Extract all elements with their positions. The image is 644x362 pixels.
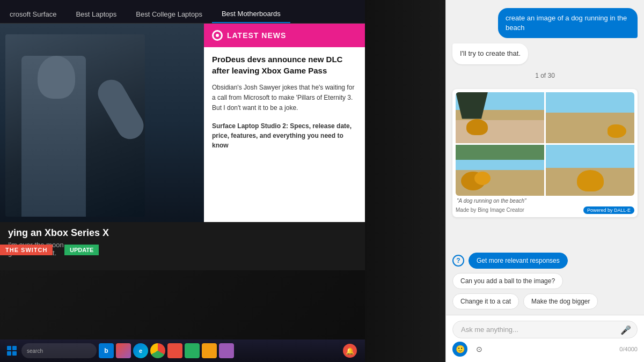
taskbar-search-text: search [27, 348, 43, 354]
image-grid [456, 92, 634, 196]
tent-shape [456, 92, 488, 119]
hero-image-area: LATEST NEWS ProDeus devs announce new DL… [0, 24, 365, 222]
soldier-head [38, 56, 75, 99]
make-dog-bigger-button[interactable]: Make the dog bigger [523, 293, 598, 309]
news-body-text: Obsidian's Josh Sawyer jokes that he's w… [212, 83, 357, 114]
nav-item-laptops[interactable]: Best Laptops [66, 6, 126, 23]
taskbar-app2-icon[interactable] [167, 343, 182, 358]
ai-response-bubble: I'll try to create that. [452, 43, 528, 64]
left-monitor-panel: crosoft Surface Best Laptops Best Colleg… [0, 0, 365, 362]
update-badge: UPDATE [64, 245, 99, 255]
taskbar-app5-icon[interactable] [219, 343, 234, 358]
suggestions-area: ? Get more relevant responses Can you ad… [446, 247, 644, 315]
news-dot-icon [212, 30, 223, 41]
input-footer: 🙂 ⊙ 0/4000 [452, 342, 638, 357]
suggestion-row-2: Can you add a ball to the image? [452, 273, 638, 289]
news-secondary-headline[interactable]: Surface Laptop Studio 2: Specs, release … [212, 121, 357, 150]
char-count-label: 0/4000 [619, 346, 638, 352]
made-by-label: Made by Bing Image Creator [456, 207, 524, 213]
generated-image-bottom-left[interactable] [456, 145, 544, 196]
switch-badge: THE SWITCH [0, 245, 53, 255]
bing-chat-panel: create an image of a dog running in the … [445, 0, 644, 362]
taskbar-app1-icon[interactable] [116, 343, 131, 358]
hero-game-image [5, 34, 145, 217]
windows-taskbar: search b e 🔔 [0, 339, 365, 362]
input-wrapper: Ask me anything... 🎤 [452, 321, 638, 338]
nav-item-surface[interactable]: crosoft Surface [0, 6, 66, 23]
bottom-sub: I'm over the moon [8, 241, 357, 249]
info-icon: ? [452, 255, 464, 267]
suggestion-row-1: ? Get more relevant responses [452, 253, 638, 269]
image-footer: Made by Bing Image Creator Powered by DA… [456, 206, 634, 214]
chat-input-area: Ask me anything... 🎤 🙂 ⊙ 0/4000 [446, 315, 644, 362]
generated-images-container: "A dog running on the beach" Made by Bin… [452, 89, 638, 217]
chat-messages-area: create an image of a dog running in the … [446, 0, 644, 247]
taskbar-app4-icon[interactable] [202, 343, 217, 358]
windows-start-button[interactable] [4, 343, 19, 358]
suggestion-row-3: Change it to a cat Make the dog bigger [452, 293, 638, 309]
add-ball-button[interactable]: Can you add a ball to the image? [452, 273, 563, 289]
news-panel: LATEST NEWS ProDeus devs announce new DL… [204, 24, 365, 222]
scan-icon[interactable]: ⊙ [472, 342, 487, 357]
change-to-cat-button[interactable]: Change it to a cat [452, 293, 519, 309]
user-message-bubble: create an image of a dog running in the … [498, 8, 638, 38]
image-caption-text: "A dog running on the beach" [456, 196, 634, 205]
taskbar-chrome-icon[interactable] [150, 343, 165, 358]
taskbar-edge-icon[interactable]: e [133, 343, 148, 358]
nav-item-college[interactable]: Best College Laptops [126, 6, 212, 23]
input-placeholder: Ask me anything... [461, 326, 616, 334]
generated-image-bottom-right[interactable] [546, 145, 634, 196]
soldier-arm [93, 75, 145, 144]
input-footer-icons: 🙂 ⊙ [452, 342, 487, 357]
notification-bell-icon[interactable]: 🔔 [343, 344, 357, 358]
get-relevant-responses-button[interactable]: Get more relevant responses [469, 253, 568, 269]
news-content: ProDeus devs announce new DLC after leav… [204, 47, 365, 157]
nav-item-motherboards[interactable]: Best Motherboards [212, 5, 290, 23]
chat-avatar-icon: 🙂 [452, 342, 467, 357]
microphone-icon[interactable]: 🎤 [620, 324, 631, 335]
navigation-bar: crosoft Surface Best Laptops Best Colleg… [0, 0, 365, 24]
news-header: LATEST NEWS [204, 24, 365, 47]
taskbar-search-box[interactable]: search [21, 343, 97, 358]
monitor-gap [365, 0, 445, 362]
chat-input-box[interactable]: Ask me anything... [452, 321, 638, 338]
info-icon-label: ? [456, 257, 460, 264]
bottom-section: ying an Xbox Series X I'm over the moon … [0, 222, 365, 270]
news-headline[interactable]: ProDeus devs announce new DLC after leav… [212, 54, 357, 76]
taskbar-app3-icon[interactable] [185, 343, 200, 358]
bottom-subsub: got the internet. [8, 249, 357, 257]
generated-image-top-left[interactable] [456, 92, 544, 143]
dalle-badge: Powered by DALL·E [583, 206, 634, 214]
pagination-indicator: 1 of 30 [452, 70, 638, 82]
bottom-headline: ying an Xbox Series X [8, 227, 357, 239]
taskbar-bing-icon[interactable]: b [99, 343, 114, 358]
news-header-label: LATEST NEWS [227, 31, 286, 40]
generated-image-top-right[interactable] [546, 92, 634, 143]
windows-logo-icon [7, 346, 17, 356]
